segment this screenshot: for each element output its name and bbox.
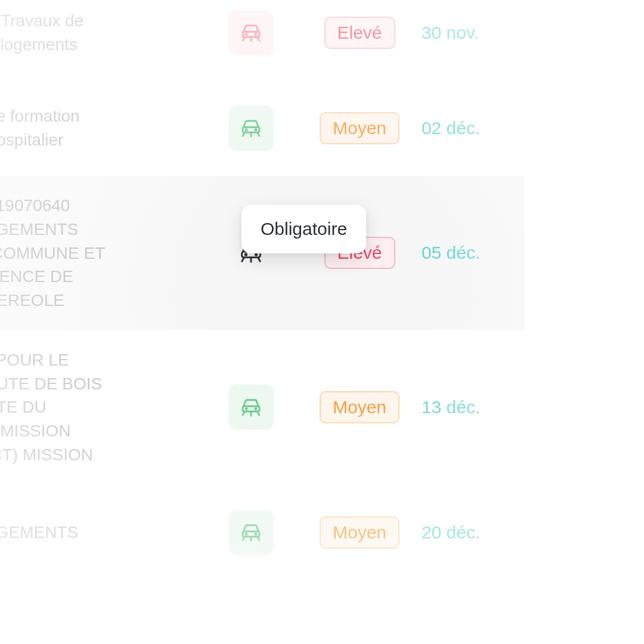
tooltip-obligatoire: Obligatoire [242, 205, 366, 253]
svg-point-13 [246, 533, 247, 534]
priority-badge[interactable]: Moyen [320, 112, 400, 144]
svg-point-14 [255, 533, 256, 534]
svg-point-8 [256, 254, 257, 255]
svg-point-4 [246, 129, 247, 131]
date-cell: 30 nov. [422, 23, 525, 43]
listing-title: consultation : 19070640ON DE 12 LOGEMENT… [0, 194, 205, 312]
date-cell: 02 déc. [422, 118, 525, 138]
priority-cell: Moyen [298, 516, 422, 549]
visit-status-icon[interactable] [228, 510, 274, 555]
table-row[interactable]: ON DE 17 LOGEMENTS Moyen 20 déc. [0, 485, 525, 580]
date-cell: 13 déc. [422, 397, 525, 417]
svg-point-10 [246, 408, 247, 410]
table-row[interactable]: d'un espace de formationur le Centre Hos… [0, 80, 525, 176]
visit-status-icon[interactable] [228, 106, 274, 151]
priority-badge[interactable]: Moyen [320, 516, 400, 549]
car-icon [239, 520, 264, 545]
svg-point-7 [245, 254, 246, 255]
visit-cell [205, 10, 298, 55]
table-row[interactable]: TECHNIQUE POUR LENT DE LA ROUTE DE BOIST… [0, 330, 525, 485]
listing-title: Bourg 1"<br />Travaux deportant sur 60 l… [0, 9, 205, 57]
priority-cell: Moyen [298, 112, 422, 144]
car-icon [239, 395, 264, 420]
visit-cell [205, 510, 298, 555]
priority-cell: Elevé [298, 17, 422, 49]
date-cell: 20 déc. [422, 522, 525, 543]
listing-title: d'un espace de formationur le Centre Hos… [0, 104, 205, 152]
listing-title: ON DE 17 LOGEMENTS [0, 521, 205, 544]
date-cell: 05 déc. [422, 243, 525, 263]
visit-status-icon[interactable] [228, 385, 274, 430]
priority-badge[interactable]: Elevé [324, 17, 395, 49]
listings-table: Bourg 1"<br />Travaux deportant sur 60 l… [0, 0, 525, 580]
svg-point-2 [255, 34, 256, 35]
svg-point-5 [255, 129, 256, 131]
visit-cell [205, 385, 298, 430]
priority-cell: Moyen [298, 391, 422, 423]
svg-point-1 [246, 34, 247, 35]
visit-cell [205, 106, 298, 151]
car-icon [239, 116, 264, 141]
table-row[interactable]: Bourg 1"<br />Travaux deportant sur 60 l… [0, 0, 525, 80]
listing-title: TECHNIQUE POUR LENT DE LA ROUTE DE BOIST… [0, 348, 205, 467]
priority-badge[interactable]: Moyen [320, 391, 400, 423]
car-icon [239, 20, 264, 45]
svg-point-11 [255, 408, 256, 410]
visit-status-icon[interactable] [228, 10, 274, 55]
